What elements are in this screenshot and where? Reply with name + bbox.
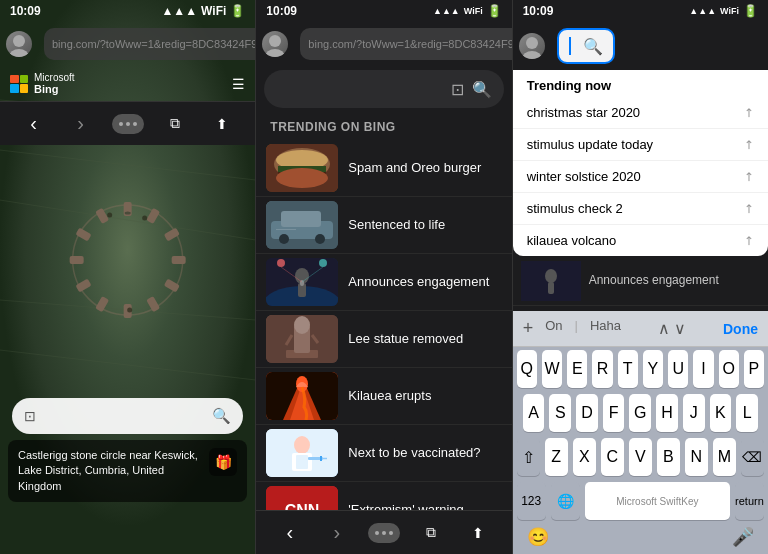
url-1: bing.com/?toWww=1&redig=8DC83424F97B40..… [52,38,255,50]
bing-logo-area: Microsoft Bing ☰ [0,66,255,101]
trend-item-5[interactable]: Kilauea erupts [256,368,511,425]
dots-button-1[interactable] [112,114,144,134]
emoji-icon[interactable]: 😊 [527,526,549,548]
svg-point-59 [294,436,310,454]
key-i[interactable]: I [693,350,713,388]
avatar-2[interactable] [262,31,288,57]
key-x[interactable]: X [573,438,596,476]
key-b[interactable]: B [657,438,680,476]
toolbar-left: + On | Haha [523,318,621,339]
tabs-button-1[interactable]: ⧉ [159,108,191,140]
trend-item-1[interactable]: Spam and Oreo burger [256,140,511,197]
key-h[interactable]: H [656,394,678,432]
search-icon-2[interactable]: 🔍 [472,80,492,99]
key-q[interactable]: Q [517,350,537,388]
bing-logo: Microsoft Bing [10,72,75,95]
search-bar-3[interactable]: 🔍 [557,28,615,64]
key-w[interactable]: W [542,350,562,388]
key-o[interactable]: O [719,350,739,388]
suggestion-3[interactable]: winter solstice 2020 ↗ [513,161,768,193]
search-bar-1[interactable]: ⊡ 🔍 [12,398,243,434]
svg-point-45 [319,259,327,267]
time-2: 10:09 [266,4,297,18]
p3-trend-item-1[interactable]: Announces engagement [513,256,768,306]
key-f[interactable]: F [603,394,625,432]
svg-point-67 [526,37,538,49]
key-c[interactable]: C [601,438,624,476]
url-2: bing.com/?toWww=1&redig=8DC83424F97B40..… [308,38,512,50]
key-j[interactable]: J [683,394,705,432]
key-e[interactable]: E [567,350,587,388]
trend-item-4[interactable]: Lee statue removed [256,311,511,368]
camera-scan-icon[interactable]: ⊡ [451,80,464,99]
key-y[interactable]: Y [643,350,663,388]
key-z[interactable]: Z [545,438,568,476]
chevron-up-icon[interactable]: ∧ [658,319,670,338]
share-button-1[interactable]: ⬆ [206,108,238,140]
key-space[interactable]: Microsoft SwiftKey [585,482,730,520]
svg-rect-38 [276,229,296,230]
search-icon-1[interactable]: 🔍 [212,407,231,425]
avatar-3[interactable] [519,33,545,59]
plus-key[interactable]: + [523,318,534,339]
trend-item-3[interactable]: Announces engagement [256,254,511,311]
key-r[interactable]: R [592,350,612,388]
svg-point-36 [279,234,289,244]
p3-trend-title-1: Announces engagement [589,273,719,289]
battery-icon-1: 🔋 [230,4,245,18]
trend-item-7[interactable]: CNN 'Extremism' warning [256,482,511,510]
status-icons-2: ▲▲▲ WiFi 🔋 [433,4,502,18]
key-p[interactable]: P [744,350,764,388]
key-u[interactable]: U [668,350,688,388]
sq-red [10,75,19,84]
key-n[interactable]: N [685,438,708,476]
back-button-1[interactable]: ‹ [18,108,50,140]
microphone-icon[interactable]: 🎤 [732,526,754,548]
nav-bar-1: ‹ › ⧉ ⬆ [0,101,255,145]
trend-item-6[interactable]: Next to be vaccinated? [256,425,511,482]
chevron-down-icon[interactable]: ∨ [674,319,686,338]
trend-thumb-1 [266,144,338,192]
key-v[interactable]: V [629,438,652,476]
suggestion-2[interactable]: stimulus update today ↗ [513,129,768,161]
panel-2: 10:09 ▲▲▲ WiFi 🔋 bing.com/?toWww=1&redig… [255,0,512,554]
address-bar-2[interactable]: bing.com/?toWww=1&redig=8DC83424F97B40..… [300,28,512,60]
share-button-2[interactable]: ⬆ [462,517,494,549]
key-l[interactable]: L [736,394,758,432]
key-numbers[interactable]: 123 [517,482,546,520]
key-d[interactable]: D [576,394,598,432]
key-a[interactable]: A [523,394,545,432]
signal-icon-3: ▲▲▲ [689,6,716,16]
back-button-2[interactable]: ‹ [274,517,306,549]
key-t[interactable]: T [618,350,638,388]
status-icons-3: ▲▲▲ WiFi 🔋 [689,4,758,18]
search-icon-3[interactable]: 🔍 [583,37,603,56]
key-return[interactable]: return [735,482,764,520]
key-m[interactable]: M [713,438,736,476]
suggestion-5[interactable]: kilauea volcano ↗ [513,225,768,256]
hamburger-menu-icon[interactable]: ☰ [232,76,245,92]
suggestion-4[interactable]: stimulus check 2 ↗ [513,193,768,225]
signal-icon-2: ▲▲▲ [433,6,460,16]
haha-label[interactable]: Haha [590,318,621,339]
key-globe[interactable]: 🌐 [551,482,580,520]
keyboard-toolbar: + On | Haha ∧ ∨ Done [513,311,768,347]
key-k[interactable]: K [710,394,732,432]
scan-icon[interactable]: ⊡ [24,408,36,424]
key-g[interactable]: G [629,394,651,432]
suggestion-1[interactable]: christmas star 2020 ↗ [513,97,768,129]
gift-icon[interactable]: 🎁 [209,448,237,476]
forward-button-2[interactable]: › [321,517,353,549]
done-button[interactable]: Done [723,321,758,337]
dots-button-2[interactable] [368,523,400,543]
avatar-1[interactable] [6,31,32,57]
separator: | [575,318,578,339]
address-bar-1[interactable]: bing.com/?toWww=1&redig=8DC83424F97B40..… [44,28,255,60]
forward-button-1[interactable]: › [65,108,97,140]
key-s[interactable]: S [549,394,571,432]
trend-item-2[interactable]: Sentenced to life [256,197,511,254]
tabs-button-2[interactable]: ⧉ [415,517,447,549]
key-shift[interactable]: ⇧ [517,438,540,476]
key-delete[interactable]: ⌫ [741,438,764,476]
p3-trending-partial: Announces engagement Lee statue removed [513,256,768,311]
